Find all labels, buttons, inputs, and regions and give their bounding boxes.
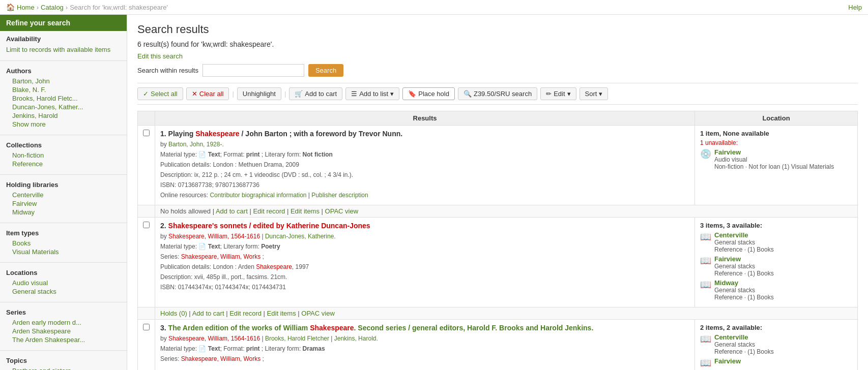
result-1-material: Material type: 📄 Text; Format: print ; L… (160, 150, 689, 159)
result-1-author: by Barton, John, 1928-. (160, 140, 689, 149)
sidebar-availability-title: Availability (6, 35, 121, 43)
sidebar-collections-title: Collections (6, 141, 121, 149)
edit-button[interactable]: ✏ Edit ▾ (540, 87, 576, 100)
sidebar-author-1[interactable]: Blake, N. F. (6, 85, 121, 94)
sidebar-location-0[interactable]: Audio visual (6, 279, 121, 287)
search-within-label: Search within results (137, 67, 198, 74)
sidebar-series-1[interactable]: Arden Shakespeare (6, 327, 121, 335)
result-2-location-count: 3 items, 3 available: (700, 222, 852, 229)
sidebar-show-more[interactable]: Show more (6, 120, 121, 129)
sidebar-author-2[interactable]: Brooks, Harold Fletc... (6, 94, 121, 103)
sidebar-item-type-0[interactable]: Books (6, 239, 121, 248)
checkbox-column-header (138, 111, 155, 126)
result-2-actions-row: Holds (0) | Add to cart | Edit record | … (138, 307, 858, 320)
sidebar-topics-title: Topics (6, 357, 121, 364)
result-1-location-count: 1 item, None available (700, 130, 852, 137)
sidebar-topics-section: Topics Brothers and sisters English lang… (0, 353, 127, 370)
sidebar-library-0[interactable]: Centerville (6, 191, 121, 199)
result-2-checkbox[interactable] (143, 222, 150, 228)
bookmark-icon: 🔖 (408, 90, 416, 98)
help-link[interactable]: Help (848, 4, 862, 11)
sidebar-author-4[interactable]: Jenkins, Harold (6, 111, 121, 120)
cart-icon: 🛒 (295, 90, 303, 98)
result-1-title: 1. Playing Shakespeare / John Barton ; w… (160, 130, 689, 138)
sidebar-library-1[interactable]: Fairview (6, 199, 121, 208)
result-2-location-entry-1: 📖 Fairview General stacks Reference · (1… (700, 255, 852, 277)
breadcrumb-home[interactable]: Home (17, 4, 35, 11)
result-2-edit-record[interactable]: Edit record (229, 310, 262, 317)
result-1-online: Online resources: Contributor biographic… (160, 191, 689, 200)
result-2-holds[interactable]: Holds (0) (160, 310, 187, 317)
result-2-opac-view[interactable]: OPAC view (301, 310, 335, 317)
add-to-cart-button[interactable]: 🛒 Add to cart (289, 87, 342, 100)
sidebar-library-2[interactable]: Midway (6, 208, 121, 217)
results-toolbar: ✓ Select all ✕ Clear all | Unhighlight |… (137, 83, 858, 105)
page-title: Search results (137, 23, 858, 36)
result-1-edit-record[interactable]: Edit record (253, 207, 285, 215)
result-1-location-entry-0: 💿 Fairview Audio visual Non-fiction · No… (700, 148, 852, 170)
search-within-button[interactable]: Search (308, 64, 343, 77)
breadcrumb-search: Search for 'kw,wrdl: shakespeare' (70, 4, 168, 11)
sidebar-locations-section: Locations Audio visual General stacks (0, 265, 127, 300)
sidebar-author-0[interactable]: Barton, John (6, 77, 121, 85)
search-icon: 🔍 (464, 90, 472, 98)
sidebar-item-type-1[interactable]: Visual Materials (6, 248, 121, 256)
sidebar-series-2[interactable]: The Arden Shakespear... (6, 335, 121, 344)
sidebar-location-1[interactable]: General stacks (6, 287, 121, 296)
breadcrumb: 🏠 Home › Catalog › Search for 'kw,wrdl: … (6, 3, 168, 11)
sidebar-series-0[interactable]: Arden early modern d... (6, 318, 121, 327)
results-column-header: Results (155, 111, 695, 126)
result-2-location-entry-0: 📖 Centerville General stacks Reference ·… (700, 231, 852, 253)
result-1-actions-row: No holds allowed | Add to cart | Edit re… (138, 205, 858, 218)
result-2-title-link[interactable]: Shakespeare's sonnets / edited by Kather… (168, 222, 370, 230)
result-1-number: 1. (160, 130, 168, 138)
search-within-input[interactable] (202, 64, 304, 77)
select-all-button[interactable]: ✓ Select all (137, 87, 183, 100)
result-1-add-cart[interactable]: Add to cart (216, 207, 248, 215)
result-3-checkbox[interactable] (143, 324, 150, 330)
sidebar-authors-title: Authors (6, 67, 121, 75)
result-2-add-cart[interactable]: Add to cart (192, 310, 224, 317)
sidebar-topic-0[interactable]: Brothers and sisters (6, 366, 121, 370)
sort-button[interactable]: Sort ▾ (580, 87, 609, 100)
result-1-isbn: ISBN: 0713687738; 9780713687736 (160, 180, 689, 190)
result-2-details: 2. Shakespeare's sonnets / edited by Kat… (155, 218, 695, 307)
book-icon-0: 📖 (700, 231, 711, 242)
result-1-checkbox-cell (138, 126, 155, 205)
result-3-title-link[interactable]: The Arden edition of the works of Willia… (168, 324, 594, 332)
result-1-highlight: Shakespeare (195, 130, 239, 138)
result-3-title: 3. The Arden edition of the works of Wil… (160, 324, 689, 332)
z3950-button[interactable]: 🔍 Z39.50/SRU search (458, 87, 537, 100)
add-to-list-button[interactable]: ☰ Add to list ▾ (345, 87, 399, 100)
location-column-header: Location (695, 111, 858, 126)
sidebar-refine-header: Refine your search (0, 15, 127, 31)
result-1-opac-view[interactable]: OPAC view (325, 207, 359, 215)
clear-all-button[interactable]: ✕ Clear all (186, 87, 229, 100)
breadcrumb-catalog[interactable]: Catalog (41, 4, 64, 11)
sidebar-author-3[interactable]: Duncan-Jones, Kather... (6, 103, 121, 111)
result-1-title-link[interactable]: Playing Shakespeare / John Barton ; with… (168, 130, 403, 138)
result-3-authors: by Shakespeare, William, 1564-1616 | Bro… (160, 334, 689, 343)
result-2-description: Description: xvii, 485p ill., port., fac… (160, 272, 689, 282)
sidebar-availability-section: Availability Limit to records with avail… (0, 31, 127, 58)
edit-search-link[interactable]: Edit this search (137, 52, 858, 60)
main-content: Search results 6 result(s) found for 'kw… (127, 15, 868, 370)
result-3-location-entry-1: 📖 Fairview (700, 357, 852, 368)
result-3-details: 3. The Arden edition of the works of Wil… (155, 320, 695, 371)
result-3-location-entry-0: 📖 Centerville General stacks Reference ·… (700, 333, 852, 355)
book-icon-3: 📖 (700, 333, 711, 345)
sidebar-collection-1[interactable]: Reference (6, 160, 121, 168)
sidebar-collection-0[interactable]: Non-fiction (6, 151, 121, 160)
sidebar-holding-libraries-title: Holding libraries (6, 181, 121, 189)
unhighlight-button[interactable]: Unhighlight (237, 87, 281, 100)
result-2-edit-items[interactable]: Edit items (267, 310, 296, 317)
result-1-checkbox[interactable] (143, 130, 150, 136)
sidebar: Refine your search Availability Limit to… (0, 15, 127, 370)
result-3-material: Material type: 📄 Text; Format: print ; L… (160, 344, 689, 353)
place-hold-button[interactable]: 🔖 Place hold (402, 87, 455, 100)
result-1-publication: Publication details: London : Methuen Dr… (160, 160, 689, 169)
result-3-number: 3. (160, 324, 168, 332)
result-1-edit-items[interactable]: Edit items (291, 207, 320, 215)
sidebar-availability-link[interactable]: Limit to records with available items (6, 45, 121, 54)
results-count: 6 result(s) found for 'kw,wrdl: shakespe… (137, 40, 858, 48)
